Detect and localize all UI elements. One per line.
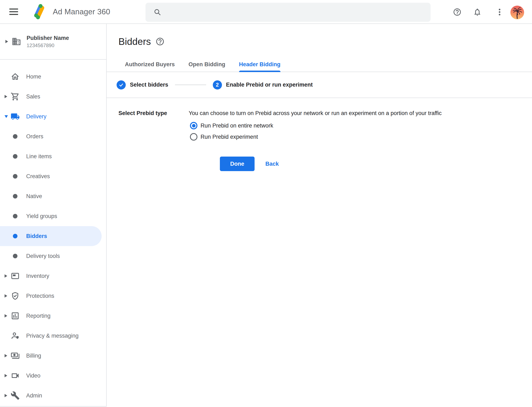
sidebar-divider: [0, 406, 106, 407]
sidebar-item-label: Sales: [26, 94, 40, 100]
radio-unselected-icon[interactable]: [190, 133, 197, 141]
sidebar-item-delivery[interactable]: Delivery: [0, 107, 106, 126]
home-icon: [11, 72, 20, 81]
sidebar-item-delivery-tools[interactable]: Delivery tools: [0, 246, 106, 266]
title-help-button[interactable]: [155, 37, 165, 46]
step-label: Enable Prebid or run experiment: [226, 82, 313, 88]
step-connector: [175, 85, 206, 85]
delivery-truck-icon: [11, 112, 20, 121]
sidebar-item-yield-groups[interactable]: Yield groups: [0, 206, 106, 226]
tab-header-bidding[interactable]: Header Bidding: [239, 57, 281, 72]
sidebar-item-line-items[interactable]: Line items: [0, 146, 106, 166]
sidebar-item-bidders[interactable]: Bidders: [0, 226, 102, 246]
field-description: You can choose to turn on Prebid across …: [189, 110, 532, 117]
prebid-type-section: Select Prebid type You can choose to tur…: [107, 98, 532, 142]
expand-right-icon[interactable]: [5, 40, 8, 43]
sidebar-item-privacy-messaging[interactable]: Privacy & messaging: [0, 326, 106, 346]
step-select-bidders[interactable]: Select bidders: [117, 80, 168, 89]
notifications-button[interactable]: [473, 8, 482, 16]
reporting-chart-icon: [11, 311, 20, 321]
protections-shield-icon: [11, 291, 20, 300]
expand-right-icon[interactable]: [5, 394, 7, 397]
menu-button[interactable]: [8, 6, 20, 18]
sidebar-item-label: Bidders: [26, 233, 47, 239]
sidebar-item-reporting[interactable]: Reporting: [0, 306, 106, 326]
bullet-icon: [13, 154, 17, 159]
product-name: Ad Manager 360: [53, 8, 110, 16]
sidebar-item-label: Privacy & messaging: [26, 333, 79, 339]
radio-run-prebid-experiment[interactable]: Run Prebid experiment: [190, 131, 532, 142]
sidebar-item-label: Creatives: [26, 173, 50, 180]
sidebar-item-label: Admin: [26, 392, 42, 399]
help-icon: [453, 8, 461, 16]
search-bar[interactable]: [145, 3, 431, 22]
form-actions: Done Back: [220, 157, 532, 171]
tab-open-bidding[interactable]: Open Bidding: [188, 57, 225, 72]
bullet-icon: [13, 174, 17, 179]
page-title: Bidders: [119, 36, 151, 47]
kebab-icon: [495, 8, 504, 16]
collapse-down-icon[interactable]: [5, 115, 8, 118]
sidebar-item-label: Inventory: [26, 273, 49, 279]
sidebar-item-label: Home: [26, 73, 41, 80]
sidebar-item-label: Delivery: [26, 113, 47, 120]
tabs-bar: Authorized Buyers Open Bidding Header Bi…: [107, 57, 532, 72]
step-complete-icon: [117, 80, 126, 89]
sidebar-item-creatives[interactable]: Creatives: [0, 166, 106, 186]
radio-label: Run Prebid on entire network: [201, 123, 273, 129]
expand-right-icon[interactable]: [5, 294, 7, 297]
sidebar-item-inventory[interactable]: Inventory: [0, 266, 106, 286]
expand-right-icon[interactable]: [5, 354, 7, 357]
main-content: Bidders Authorized Buyers Open Bidding H…: [107, 24, 532, 407]
expand-right-icon[interactable]: [5, 95, 7, 98]
expand-right-icon[interactable]: [5, 374, 7, 377]
radio-run-prebid-entire-network[interactable]: Run Prebid on entire network: [190, 120, 532, 131]
bullet-icon: [13, 134, 17, 139]
sidebar-item-native[interactable]: Native: [0, 186, 106, 206]
sidebar-item-billing[interactable]: Billing: [0, 346, 106, 366]
sidebar-nav: Home Sales Delivery Orders: [0, 60, 106, 406]
field-label: Select Prebid type: [119, 110, 189, 142]
sidebar-item-label: Orders: [26, 133, 43, 140]
help-icon: [155, 37, 165, 46]
avatar[interactable]: [510, 6, 524, 19]
more-options-button[interactable]: [495, 8, 504, 16]
search-input[interactable]: [167, 3, 431, 22]
sidebar-item-orders[interactable]: Orders: [0, 126, 106, 146]
publisher-selector[interactable]: Publisher Name 1234567890: [0, 24, 106, 60]
step-label: Select bidders: [130, 82, 168, 88]
sidebar-item-video[interactable]: Video: [0, 366, 106, 386]
publisher-id: 1234567890: [27, 43, 69, 48]
sidebar-item-label: Delivery tools: [26, 253, 60, 259]
stepper: Select bidders 2 Enable Prebid or run ex…: [107, 72, 532, 98]
sidebar-item-label: Native: [26, 193, 42, 200]
sidebar-item-admin[interactable]: Admin: [0, 386, 106, 406]
sidebar-item-label: Billing: [26, 352, 41, 359]
billing-icon: [11, 351, 20, 360]
sidebar: Publisher Name 1234567890 Home Sales: [0, 24, 107, 407]
hamburger-icon: [9, 8, 18, 9]
sidebar-item-label: Video: [26, 373, 40, 379]
video-camera-icon: [11, 371, 20, 380]
expand-right-icon[interactable]: [5, 274, 7, 278]
radio-label: Run Prebid experiment: [201, 134, 258, 140]
prebid-type-radio-group: Run Prebid on entire network Run Prebid …: [189, 120, 532, 142]
radio-selected-icon[interactable]: [190, 122, 197, 129]
bullet-icon: [13, 194, 17, 198]
sidebar-item-sales[interactable]: Sales: [0, 86, 106, 107]
search-icon: [153, 8, 162, 16]
expand-right-icon[interactable]: [5, 314, 7, 318]
sidebar-item-protections[interactable]: Protections: [0, 286, 106, 306]
step-enable-prebid[interactable]: 2 Enable Prebid or run experiment: [213, 80, 313, 89]
done-button[interactable]: Done: [220, 157, 255, 171]
publisher-icon: [12, 37, 21, 46]
sidebar-item-home[interactable]: Home: [0, 67, 106, 86]
help-button[interactable]: [453, 8, 461, 16]
admin-wrench-icon: [11, 391, 20, 400]
bullet-icon: [13, 254, 17, 258]
sales-icon: [11, 92, 20, 101]
back-button[interactable]: Back: [265, 161, 279, 167]
tab-authorized-buyers[interactable]: Authorized Buyers: [125, 57, 175, 72]
notifications-icon: [473, 8, 482, 16]
bullet-icon: [13, 234, 17, 238]
